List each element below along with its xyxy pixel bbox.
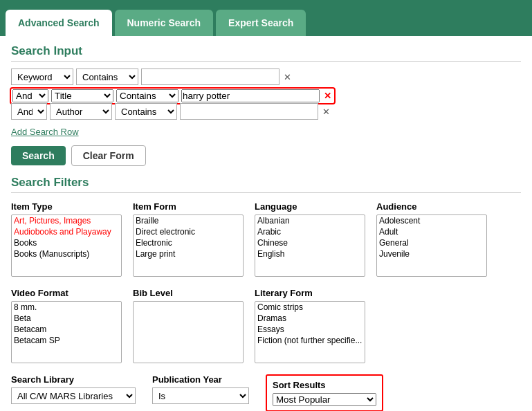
publication-year-field: Publication Year Is (152, 374, 249, 404)
audience-label: Audience (376, 201, 487, 212)
search-library-select[interactable]: All C/W MARS Libraries (11, 387, 136, 404)
filter-grid-row2: Video Format 8 mm. Beta Betacam Betacam … (11, 288, 521, 363)
sort-results-label: Sort Results (273, 380, 376, 390)
filter-bib-level: Bib Level (133, 288, 244, 363)
remove-row-1-btn[interactable]: ✕ (282, 72, 293, 82)
field-select-1[interactable]: Keyword (11, 68, 73, 85)
clear-form-button[interactable]: Clear Form (71, 145, 146, 166)
remove-row-2-btn[interactable]: ✕ (322, 91, 333, 101)
search-button[interactable]: Search (11, 146, 66, 165)
bool-select-3[interactable]: And Or Not (11, 103, 47, 120)
item-form-listbox[interactable]: Braille Direct electronic Electronic Lar… (133, 214, 244, 277)
publication-year-label: Publication Year (152, 374, 249, 385)
tab-advanced-search[interactable]: Advanced Search (6, 10, 112, 36)
cond-select-2[interactable]: Contains (116, 89, 178, 102)
item-form-label: Item Form (133, 201, 244, 212)
search-buttons: Search Clear Form (11, 145, 521, 166)
search-library-label: Search Library (11, 374, 136, 385)
literary-form-listbox[interactable]: Comic strips Dramas Essays Fiction (not … (255, 301, 365, 363)
bib-level-listbox[interactable] (133, 301, 244, 363)
search-row-3: And Or Not Author Contains ✕ (11, 103, 521, 120)
field-select-3[interactable]: Author (50, 103, 112, 120)
filter-item-type: Item Type Art, Pictures, Images Audioboo… (11, 201, 122, 277)
search-input-title: Search Input (11, 44, 521, 62)
search-row-1: Keyword Contains ✕ (11, 68, 521, 85)
tabs-bar: Advanced Search Numeric Search Expert Se… (0, 0, 532, 36)
search-library-field: Search Library All C/W MARS Libraries (11, 374, 136, 404)
sort-results-field: Sort Results Most Popular (266, 374, 383, 411)
bool-select-2[interactable]: And Or Not (12, 89, 48, 102)
main-content: Search Input Keyword Contains ✕ And Or N… (0, 36, 532, 411)
add-search-row-link[interactable]: Add Search Row (11, 127, 79, 137)
filter-grid-row1: Item Type Art, Pictures, Images Audioboo… (11, 201, 521, 277)
item-type-listbox[interactable]: Art, Pictures, Images Audiobooks and Pla… (11, 214, 122, 277)
filter-language: Language Albanian Arabic Chinese English (255, 201, 365, 277)
bib-level-label: Bib Level (133, 288, 244, 298)
publication-year-select[interactable]: Is (152, 387, 249, 404)
search-input-2[interactable] (181, 89, 320, 102)
search-input-3[interactable] (180, 103, 318, 120)
language-label: Language (255, 201, 365, 212)
literary-form-label: Literary Form (255, 288, 365, 298)
language-listbox[interactable]: Albanian Arabic Chinese English (255, 214, 365, 277)
tab-expert-search[interactable]: Expert Search (216, 10, 306, 36)
search-rows: Keyword Contains ✕ And Or Not Title Cont (11, 68, 521, 120)
search-row-2-wrapper: And Or Not Title Contains ✕ (11, 89, 521, 103)
audience-listbox[interactable]: Adolescent Adult General Juvenile (376, 214, 487, 277)
search-row-2: And Or Not Title Contains ✕ (11, 89, 334, 103)
filter-literary-form: Literary Form Comic strips Dramas Essays… (255, 288, 365, 363)
sort-results-select[interactable]: Most Popular (273, 393, 376, 406)
cond-select-3[interactable]: Contains (115, 103, 177, 120)
filter-item-form: Item Form Braille Direct electronic Elec… (133, 201, 244, 277)
tab-numeric-search[interactable]: Numeric Search (115, 10, 214, 36)
bottom-row: Search Library All C/W MARS Libraries Pu… (11, 374, 521, 411)
filter-audience: Audience Adolescent Adult General Juveni… (376, 201, 487, 277)
video-format-label: Video Format (11, 288, 122, 298)
search-filters-title: Search Filters (11, 176, 521, 193)
item-type-label: Item Type (11, 201, 122, 212)
video-format-listbox[interactable]: 8 mm. Beta Betacam Betacam SP (11, 301, 122, 363)
cond-select-1[interactable]: Contains (76, 68, 138, 85)
remove-row-3-btn[interactable]: ✕ (321, 107, 331, 117)
filter-video-format: Video Format 8 mm. Beta Betacam Betacam … (11, 288, 122, 363)
search-input-1[interactable] (141, 68, 279, 85)
field-select-2[interactable]: Title (51, 89, 113, 102)
